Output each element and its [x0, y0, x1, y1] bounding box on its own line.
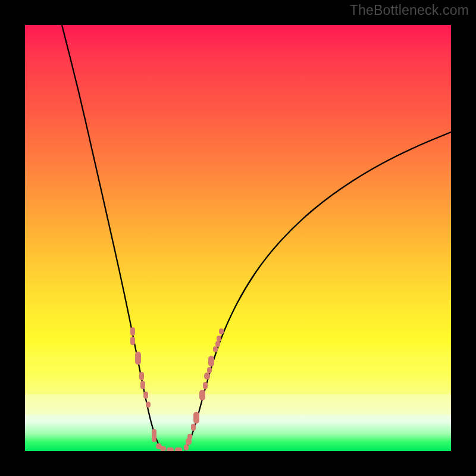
data-marker — [175, 447, 182, 451]
data-marker — [167, 447, 174, 451]
plot-area — [25, 25, 451, 451]
data-marker — [143, 392, 148, 399]
left-curve — [62, 25, 163, 450]
data-marker — [152, 429, 156, 442]
data-marker — [199, 390, 205, 400]
data-marker — [208, 356, 214, 367]
data-marker — [160, 446, 166, 451]
data-marker — [215, 341, 220, 347]
data-marker — [191, 424, 196, 431]
watermark-text: TheBottleneck.com — [350, 2, 469, 18]
data-marker — [135, 352, 141, 365]
data-marker — [187, 434, 192, 440]
data-marker — [140, 381, 145, 389]
curves-layer — [25, 25, 451, 451]
data-marker — [146, 402, 151, 408]
data-marker — [204, 372, 210, 380]
data-marker — [184, 444, 189, 450]
data-marker — [217, 336, 221, 342]
data-marker — [193, 412, 199, 424]
right-curve — [185, 132, 451, 450]
data-marker — [203, 382, 208, 389]
chart-frame: TheBottleneck.com — [0, 0, 476, 476]
data-marker — [130, 337, 135, 345]
data-marker — [207, 367, 212, 373]
data-marker — [139, 372, 144, 380]
data-marker — [219, 328, 224, 334]
data-marker — [130, 327, 135, 336]
data-marker — [213, 346, 218, 352]
